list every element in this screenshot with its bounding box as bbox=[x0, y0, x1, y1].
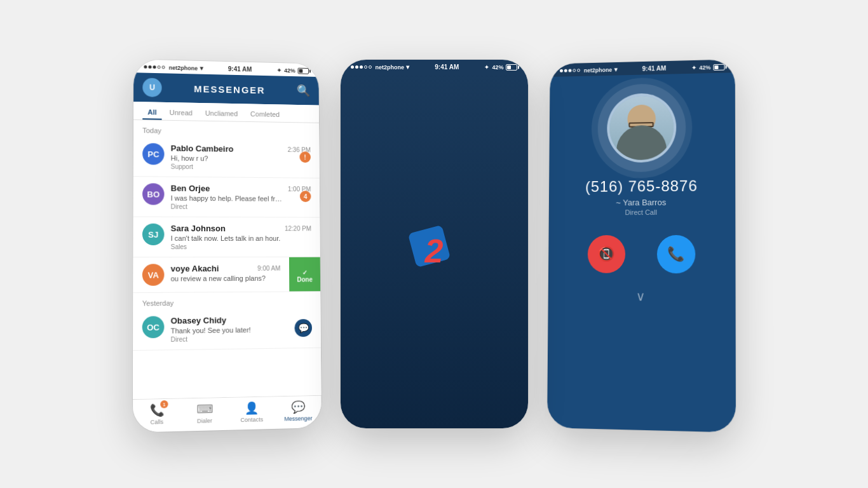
nav-contacts[interactable]: 👤 Contacts bbox=[228, 400, 275, 423]
signal-dot3-3 bbox=[568, 69, 571, 72]
signal-dot2-1 bbox=[351, 65, 354, 69]
caller-name: ~ Yara Barros bbox=[616, 198, 666, 207]
signal-dot2-4 bbox=[364, 65, 367, 69]
nav-dialer[interactable]: ⌨ Dialer bbox=[180, 402, 228, 424]
decline-button[interactable]: 📵 bbox=[587, 235, 625, 273]
convo-tag-sara: Sales bbox=[170, 243, 311, 250]
signal-dot-5 bbox=[161, 65, 165, 69]
status-left-2: net2phone ▾ bbox=[351, 64, 410, 71]
messenger-nav-icon: 💬 bbox=[291, 400, 305, 414]
convo-body-voye: voye Akachi 9:00 AM ou review a new call… bbox=[170, 264, 280, 283]
convo-body-ben: Ben Orjee 1:00 PM I was happy to help. P… bbox=[170, 184, 311, 211]
battery-percent-2: 42% bbox=[492, 64, 503, 71]
avatar-pablo: PC bbox=[142, 143, 164, 165]
conversation-ben[interactable]: BO Ben Orjee 1:00 PM I was happy to help… bbox=[133, 177, 320, 218]
signal-dot-3 bbox=[153, 65, 156, 69]
contacts-label: Contacts bbox=[240, 416, 263, 423]
convo-name-ben: Ben Orjee bbox=[170, 184, 210, 193]
calls-icon: 📞 1 bbox=[149, 403, 164, 417]
avatar-sara: SJ bbox=[142, 224, 164, 245]
convo-top-sara: Sara Johnson 12:20 PM bbox=[170, 224, 311, 233]
nav-messenger[interactable]: 💬 Messenger bbox=[275, 400, 321, 423]
date-yesterday: Yesterday bbox=[133, 292, 320, 309]
phones-container: net2phone ▾ 9:41 AM ✦ 42% U MESSENGER 🔍 … bbox=[96, 34, 773, 454]
caller-avatar bbox=[606, 93, 675, 163]
convo-body-pablo: Pablo Cambeiro 2:36 PM Hi, how r u? Supp… bbox=[170, 144, 310, 172]
convo-msg-voye: ou review a new calling plans? bbox=[170, 274, 280, 283]
accept-button[interactable]: 📞 bbox=[656, 235, 695, 273]
status-left-3: net2phone ▾ bbox=[560, 66, 617, 74]
battery-icon-1 bbox=[297, 67, 308, 74]
signal-dots-2 bbox=[351, 65, 372, 69]
convo-tag-ben: Direct bbox=[170, 203, 311, 211]
wifi-icon: ▾ bbox=[200, 65, 203, 72]
battery-percent-3: 42% bbox=[699, 64, 710, 71]
bluetooth-icon-3: ✦ bbox=[691, 64, 696, 71]
caller-avatar-image bbox=[609, 95, 673, 160]
signal-dot3-5 bbox=[577, 69, 580, 72]
conversation-sara[interactable]: SJ Sara Johnson 12:20 PM I can't talk no… bbox=[133, 217, 320, 258]
caller-avatar-wrapper bbox=[606, 93, 675, 163]
convo-badge-pablo: ! bbox=[299, 151, 311, 163]
app-title: MESSENGER bbox=[194, 83, 265, 95]
user-avatar[interactable]: U bbox=[142, 78, 161, 97]
logo-number: 2 bbox=[425, 234, 444, 268]
battery-fill-2 bbox=[507, 65, 511, 69]
conversation-pablo[interactable]: PC Pablo Cambeiro 2:36 PM Hi, how r u? S… bbox=[133, 137, 319, 179]
avatar-ben: BO bbox=[142, 183, 165, 205]
conversation-obasey[interactable]: OC Obasey Chidy Thank you! See you later… bbox=[133, 308, 321, 351]
calls-badge: 1 bbox=[160, 400, 168, 409]
messenger-header: U MESSENGER 🔍 bbox=[133, 72, 319, 105]
convo-msg-sara: I can't talk now. Lets talk in an hour. bbox=[170, 234, 284, 242]
signal-dots-3 bbox=[560, 69, 580, 72]
status-right-3: ✦ 42% bbox=[691, 64, 724, 71]
status-right-2: ✦ 42% bbox=[484, 64, 517, 71]
avatar-obasey: OC bbox=[142, 316, 164, 338]
messenger-label: Messenger bbox=[284, 415, 312, 422]
convo-name-voye: voye Akachi bbox=[170, 264, 219, 273]
done-label: Done bbox=[297, 276, 313, 283]
contacts-icon: 👤 bbox=[245, 401, 259, 416]
person-body bbox=[616, 125, 666, 160]
status-time-1: 9:41 AM bbox=[227, 65, 251, 73]
convo-badge-obasey: 💬 bbox=[294, 319, 312, 337]
tab-unclaimed[interactable]: Uncliamed bbox=[200, 103, 242, 121]
status-right-1: ✦ 42% bbox=[276, 67, 308, 74]
dialer-label: Dialer bbox=[197, 417, 212, 424]
convo-top-voye: voye Akachi 9:00 AM bbox=[170, 264, 280, 274]
nav-calls[interactable]: 📞 1 Calls bbox=[133, 403, 181, 426]
carrier-label-2: net2phone bbox=[376, 64, 405, 71]
calls-label: Calls bbox=[150, 419, 163, 426]
tab-all[interactable]: All bbox=[142, 102, 161, 119]
tab-completed[interactable]: Comleted bbox=[245, 104, 285, 122]
conversation-voye[interactable]: VA voye Akachi 9:00 AM ou review a new c… bbox=[133, 257, 320, 293]
convo-time-sara: 12:20 PM bbox=[284, 225, 311, 232]
battery-percent-1: 42% bbox=[284, 67, 295, 74]
convo-body-obasey: Obasey Chidy Thank you! See you later! D… bbox=[170, 315, 312, 343]
battery-fill-3 bbox=[714, 65, 718, 69]
battery-icon-3 bbox=[713, 64, 724, 70]
signal-dot2-3 bbox=[360, 65, 363, 69]
signal-dot3-1 bbox=[560, 69, 563, 72]
done-button[interactable]: ✓ Done bbox=[288, 257, 320, 293]
tab-unread[interactable]: Unread bbox=[164, 102, 197, 121]
swipe-hint: ∨ bbox=[635, 288, 645, 304]
status-left-1: net2phone ▾ bbox=[144, 64, 203, 72]
signal-dot2-2 bbox=[355, 65, 358, 69]
wifi-icon-3: ▾ bbox=[614, 66, 617, 73]
call-screen: (516) 765-8876 ~ Yara Barros Direct Call… bbox=[547, 72, 736, 432]
convo-tag-obasey: Direct bbox=[170, 334, 312, 343]
caller-type: Direct Call bbox=[625, 208, 656, 216]
battery-icon-2 bbox=[506, 64, 517, 71]
app-logo: 2 bbox=[409, 226, 459, 276]
phone-messenger: net2phone ▾ 9:41 AM ✦ 42% U MESSENGER 🔍 … bbox=[133, 59, 322, 432]
convo-name-pablo: Pablo Cambeiro bbox=[170, 144, 233, 154]
accept-icon: 📞 bbox=[667, 246, 684, 262]
search-icon[interactable]: 🔍 bbox=[296, 84, 309, 98]
dialer-icon: ⌨ bbox=[196, 402, 212, 416]
convo-body-sara: Sara Johnson 12:20 PM I can't talk now. … bbox=[170, 224, 311, 250]
carrier-label: net2phone bbox=[168, 64, 197, 71]
conversation-list: Today PC Pablo Cambeiro 2:36 PM Hi, how … bbox=[133, 120, 321, 399]
call-actions: 📵 📞 bbox=[587, 235, 695, 273]
caller-number: (516) 765-8876 bbox=[585, 177, 697, 196]
